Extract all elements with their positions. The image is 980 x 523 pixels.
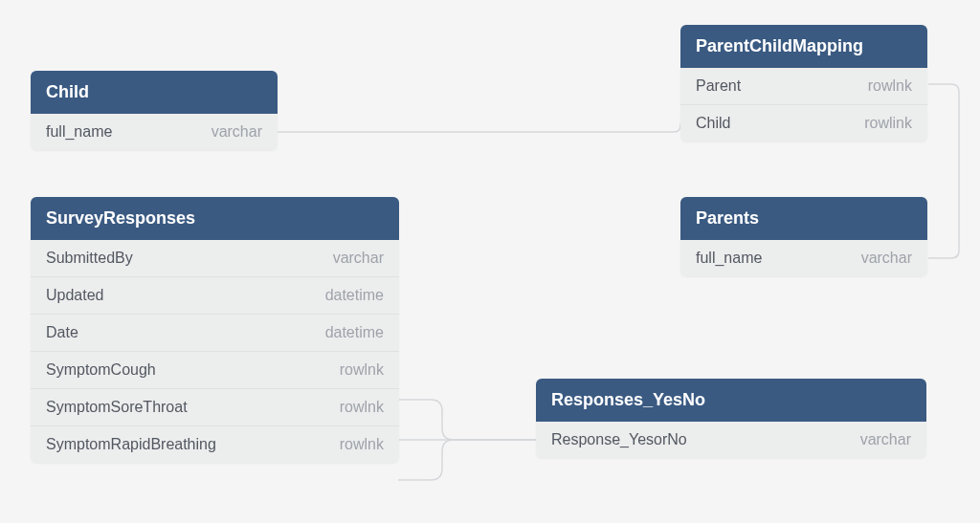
table-header: ParentChildMapping	[680, 25, 927, 68]
table-row[interactable]: SymptomRapidBreathing rowlnk	[31, 426, 399, 463]
table-row[interactable]: full_name varchar	[680, 240, 927, 276]
table-row[interactable]: Response_YesorNo varchar	[536, 422, 926, 458]
table-row[interactable]: SymptomCough rowlnk	[31, 352, 399, 389]
column-type: datetime	[325, 324, 384, 341]
table-child[interactable]: Child full_name varchar	[31, 71, 278, 150]
column-name: SubmittedBy	[46, 250, 133, 267]
column-type: rowlnk	[340, 436, 384, 453]
column-type: varchar	[861, 250, 912, 267]
column-name: Child	[696, 115, 730, 132]
column-name: Parent	[696, 77, 741, 95]
column-type: varchar	[333, 250, 384, 267]
table-body: Parent rowlnk Child rowlink	[680, 68, 927, 142]
column-name: Date	[46, 324, 78, 341]
table-surveyresponses[interactable]: SurveyResponses SubmittedBy varchar Upda…	[31, 197, 399, 463]
table-row[interactable]: Parent rowlnk	[680, 68, 927, 105]
table-row[interactable]: Date datetime	[31, 315, 399, 352]
table-parents[interactable]: Parents full_name varchar	[680, 197, 927, 276]
column-type: varchar	[212, 123, 262, 141]
table-parentchildmapping[interactable]: ParentChildMapping Parent rowlnk Child r…	[680, 25, 927, 142]
column-type: varchar	[860, 431, 911, 448]
column-type: rowlnk	[340, 361, 384, 379]
table-title: ParentChildMapping	[696, 36, 863, 55]
table-title: Parents	[696, 208, 759, 228]
table-header: Responses_YesNo	[536, 379, 926, 422]
table-row[interactable]: full_name varchar	[31, 114, 278, 150]
column-type: rowlink	[864, 115, 912, 132]
column-name: Updated	[46, 287, 104, 304]
column-type: datetime	[325, 287, 384, 304]
table-responses-yesno[interactable]: Responses_YesNo Response_YesorNo varchar	[536, 379, 926, 458]
table-body: full_name varchar	[31, 114, 278, 150]
column-name: SymptomRapidBreathing	[46, 436, 216, 453]
table-row[interactable]: SymptomSoreThroat rowlnk	[31, 389, 399, 426]
table-body: full_name varchar	[680, 240, 927, 276]
column-name: full_name	[46, 123, 112, 141]
column-type: rowlnk	[340, 399, 384, 416]
table-header: Child	[31, 71, 278, 114]
column-type: rowlnk	[868, 77, 912, 95]
table-row[interactable]: Updated datetime	[31, 277, 399, 315]
table-body: SubmittedBy varchar Updated datetime Dat…	[31, 240, 399, 463]
table-title: Child	[46, 82, 89, 101]
column-name: full_name	[696, 250, 762, 267]
table-body: Response_YesorNo varchar	[536, 422, 926, 458]
table-row[interactable]: Child rowlink	[680, 105, 927, 142]
table-row[interactable]: SubmittedBy varchar	[31, 240, 399, 277]
table-title: SurveyResponses	[46, 208, 195, 228]
column-name: SymptomSoreThroat	[46, 399, 188, 416]
column-name: SymptomCough	[46, 361, 156, 379]
erd-canvas: Child full_name varchar ParentChildMappi…	[0, 0, 980, 523]
column-name: Response_YesorNo	[551, 431, 687, 448]
table-header: Parents	[680, 197, 927, 240]
table-header: SurveyResponses	[31, 197, 399, 240]
table-title: Responses_YesNo	[551, 390, 705, 409]
